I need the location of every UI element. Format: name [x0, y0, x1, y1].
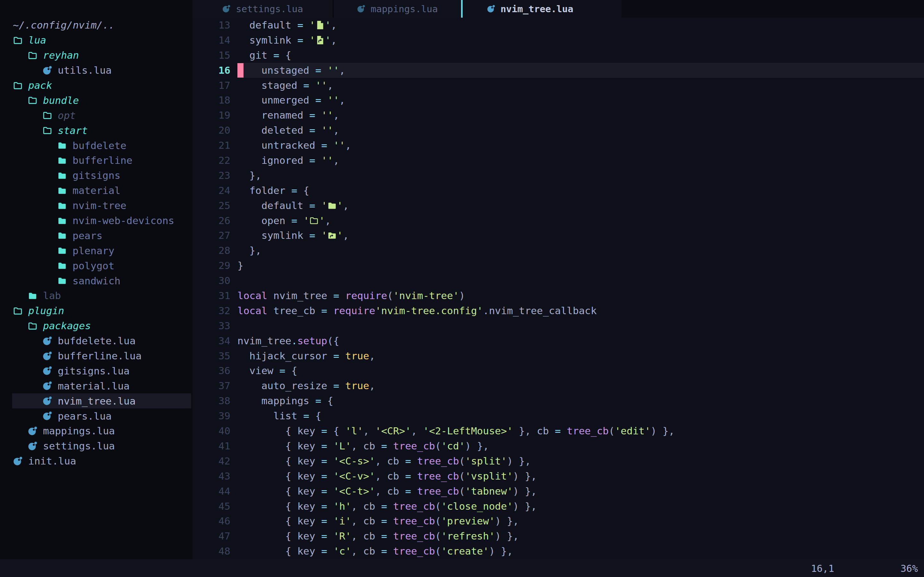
code-line-44[interactable]: 44 { key = '<C-t>', cb = tree_cb('tabnew…	[192, 484, 924, 499]
tree-item-lab[interactable]: lab	[0, 288, 192, 303]
tab-settings.lua[interactable]: settings.lua	[192, 0, 333, 18]
code-line-16[interactable]: 16 unstaged = '',	[192, 63, 924, 78]
code-editor[interactable]: 13 default = '',14 symlink = '',15 git =…	[192, 18, 924, 559]
code-line-48[interactable]: 48 { key = 'c', cb = tree_cb('create') }…	[192, 544, 924, 559]
code-line-text: default = '',	[237, 198, 924, 213]
code-line-45[interactable]: 45 { key = 'h', cb = tree_cb('close_node…	[192, 499, 924, 514]
code-line-23[interactable]: 23 },	[192, 168, 924, 183]
token: local	[237, 305, 267, 316]
tree-item-nvim-tree[interactable]: nvim-tree	[0, 198, 192, 213]
tree-item-start[interactable]: start	[0, 123, 192, 138]
code-line-31[interactable]: 31local nvim_tree = require('nvim-tree')	[192, 288, 924, 303]
tree-item-label: reyhan	[43, 49, 79, 61]
code-line-15[interactable]: 15 git = {	[192, 48, 924, 63]
tree-item-pears[interactable]: pears	[0, 228, 192, 243]
token: ''	[321, 155, 333, 166]
token: 'close_node'	[441, 500, 513, 512]
code-line-29[interactable]: 29}	[192, 258, 924, 273]
code-line-38[interactable]: 38 mappings = {	[192, 393, 924, 408]
lua-file-icon	[42, 351, 52, 361]
tree-item-nvim-tree.lua[interactable]: nvim_tree.lua	[0, 393, 192, 408]
token: )	[513, 470, 519, 482]
token: tree_cb	[393, 515, 435, 527]
tree-item-bundle[interactable]: bundle	[0, 93, 192, 108]
code-line-33[interactable]: 33	[192, 318, 924, 334]
code-line-18[interactable]: 18 unmerged = '',	[192, 93, 924, 108]
code-line-21[interactable]: 21 untracked = '',	[192, 138, 924, 153]
code-line-40[interactable]: 40 { key = { 'l', '<CR>', '<2-LeftMouse>…	[192, 424, 924, 438]
code-line-25[interactable]: 25 default = '',	[192, 198, 924, 213]
token: 'R'	[333, 530, 351, 542]
tree-item-plenary[interactable]: plenary	[0, 243, 192, 258]
tree-item-gitsigns[interactable]: gitsigns	[0, 168, 192, 183]
folder-outline-icon	[27, 50, 37, 60]
code-line-17[interactable]: 17 staged = '',	[192, 78, 924, 93]
code-line-26[interactable]: 26 open = '',	[192, 213, 924, 228]
tree-item-plugin[interactable]: plugin	[0, 303, 192, 318]
code-line-20[interactable]: 20 deleted = '',	[192, 123, 924, 138]
line-number: 28	[192, 243, 234, 258]
code-line-text: open = '',	[237, 213, 924, 228]
tree-item-nvim-web-devicons[interactable]: nvim-web-devicons	[0, 213, 192, 228]
code-line-34[interactable]: 34nvim_tree.setup({	[192, 334, 924, 348]
code-line-14[interactable]: 14 symlink = '',	[192, 33, 924, 48]
token: },	[519, 500, 537, 512]
tree-item-bufdelete.lua[interactable]: bufdelete.lua	[0, 334, 192, 348]
code-line-24[interactable]: 24 folder = {	[192, 183, 924, 198]
code-line-37[interactable]: 37 auto_resize = true,	[192, 378, 924, 393]
code-line-28[interactable]: 28 },	[192, 243, 924, 258]
tab-nvim_tree.lua[interactable]: nvim_tree.lua	[461, 0, 622, 18]
line-number: 42	[192, 454, 234, 469]
token: (	[435, 530, 441, 542]
tab-mappings.lua[interactable]: mappings.lua	[333, 0, 461, 18]
tree-item-bufferline[interactable]: bufferline	[0, 153, 192, 168]
lua-file-icon	[13, 456, 23, 466]
token: tree_cb	[393, 440, 435, 452]
token: tree_cb	[393, 545, 435, 557]
tree-item-pears.lua[interactable]: pears.lua	[0, 408, 192, 424]
tree-item-pack[interactable]: pack	[0, 78, 192, 93]
code-line-35[interactable]: 35 hijack_cursor = true,	[192, 348, 924, 364]
code-line-13[interactable]: 13 default = '',	[192, 18, 924, 33]
code-line-42[interactable]: 42 { key = '<C-s>', cb = tree_cb('split'…	[192, 454, 924, 469]
code-line-41[interactable]: 41 { key = 'L', cb = tree_cb('cd') },	[192, 438, 924, 454]
tree-item-material[interactable]: material	[0, 183, 192, 198]
token: =	[321, 470, 327, 482]
token: ''	[327, 64, 339, 76]
tree-item-bufferline.lua[interactable]: bufferline.lua	[0, 348, 192, 364]
tree-item-gitsigns.lua[interactable]: gitsigns.lua	[0, 363, 192, 378]
code-line-30[interactable]: 30	[192, 273, 924, 288]
code-line-22[interactable]: 22 ignored = '',	[192, 153, 924, 168]
code-line-36[interactable]: 36 view = {	[192, 363, 924, 378]
code-line-39[interactable]: 39 list = {	[192, 408, 924, 424]
tree-item-sandwich[interactable]: sandwich	[0, 273, 192, 288]
tree-item-init.lua[interactable]: init.lua	[0, 454, 192, 469]
code-line-27[interactable]: 27 symlink = '',	[192, 228, 924, 243]
token: =	[309, 124, 315, 136]
tree-item-lua[interactable]: lua	[0, 33, 192, 48]
code-line-32[interactable]: 32local tree_cb = require'nvim-tree.conf…	[192, 303, 924, 318]
token: { key	[237, 440, 321, 452]
token: 'c'	[333, 545, 351, 557]
tree-item-label: opt	[58, 110, 76, 121]
code-line-46[interactable]: 46 { key = 'i', cb = tree_cb('preview') …	[192, 514, 924, 529]
tree-item-opt[interactable]: opt	[0, 108, 192, 123]
tree-item-utils.lua[interactable]: utils.lua	[0, 63, 192, 78]
tree-item-reyhan[interactable]: reyhan	[0, 48, 192, 63]
tree-item-mappings.lua[interactable]: mappings.lua	[0, 424, 192, 438]
token	[315, 155, 321, 166]
tree-item-material.lua[interactable]: material.lua	[0, 378, 192, 393]
token: =	[321, 139, 327, 151]
line-number: 40	[192, 424, 234, 438]
line-number: 25	[192, 198, 234, 213]
tree-item-settings.lua[interactable]: settings.lua	[0, 438, 192, 454]
tree-item--.config-nvim-..[interactable]: ~/.config/nvim/..	[0, 18, 192, 33]
code-line-19[interactable]: 19 renamed = '',	[192, 108, 924, 123]
code-line-43[interactable]: 43 { key = '<C-v>', cb = tree_cb('vsplit…	[192, 469, 924, 484]
line-number: 18	[192, 93, 234, 108]
code-line-47[interactable]: 47 { key = 'R', cb = tree_cb('refresh') …	[192, 529, 924, 544]
tree-item-bufdelete[interactable]: bufdelete	[0, 138, 192, 153]
doc-link-icon	[315, 33, 325, 48]
tree-item-packages[interactable]: packages	[0, 318, 192, 334]
tree-item-polygot[interactable]: polygot	[0, 258, 192, 273]
